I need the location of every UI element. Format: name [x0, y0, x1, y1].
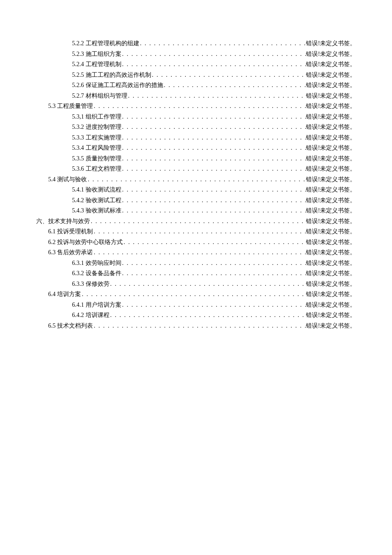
toc-entry-title: 6.3.3 保修效劳 [72, 279, 110, 290]
toc-entry: 6.5 技术文档列表错误!未定义书签。 [36, 321, 356, 331]
toc-entry: 6.3.3 保修效劳错误!未定义书签。 [36, 279, 356, 290]
toc-entry: 5.4.3 验收测试标准错误!未定义书签。 [36, 206, 356, 216]
toc-entry-page: 错误!未定义书签。 [306, 289, 356, 300]
toc-entry-page: 错误!未定义书签。 [306, 101, 356, 112]
toc-entry-page: 错误!未定义书签。 [306, 258, 356, 269]
toc-entry-page: 错误!未定义书签。 [306, 70, 356, 81]
toc-entry-page: 错误!未定义书签。 [306, 268, 356, 279]
toc-leader-dots [121, 206, 306, 216]
toc-entry: 5.2.6 保证施工工程高效运作的措施错误!未定义书签。 [36, 80, 356, 91]
toc-entry: 6.3 售后效劳承诺错误!未定义书签。 [36, 247, 356, 258]
toc-entry-title: 6.2 投诉与效劳中心联络方式 [48, 237, 123, 248]
toc-leader-dots [121, 49, 306, 60]
toc-leader-dots [90, 216, 306, 227]
toc-entry-page: 错误!未定义书签。 [306, 206, 356, 216]
toc-leader-dots [87, 174, 306, 185]
toc-entry-title: 5.4.2 验收测试工程 [72, 195, 121, 206]
toc-entry-page: 错误!未定义书签。 [306, 122, 356, 133]
toc-leader-dots [127, 91, 306, 102]
toc-entry-page: 错误!未定义书签。 [306, 185, 356, 195]
toc-leader-dots [121, 133, 306, 143]
toc-leader-dots [121, 164, 306, 174]
toc-entry-title: 5.4.3 验收测试标准 [72, 206, 121, 216]
toc-leader-dots [93, 101, 306, 112]
toc-entry-title: 5.2.2 工程管理机构的组建 [72, 38, 139, 49]
toc-entry-page: 错误!未定义书签。 [306, 195, 356, 206]
toc-leader-dots [123, 237, 306, 248]
toc-entry-title: 5.3.6 工程文档管理 [72, 164, 121, 174]
toc-entry-page: 错误!未定义书签。 [306, 279, 356, 290]
toc-entry: 5.3.3 工程实施管理错误!未定义书签。 [36, 133, 356, 143]
toc-leader-dots [110, 279, 306, 290]
toc-entry: 5.3.4 工程风险管理错误!未定义书签。 [36, 143, 356, 154]
toc-entry-title: 6.5 技术文档列表 [48, 321, 93, 331]
toc-entry-page: 错误!未定义书签。 [306, 112, 356, 122]
toc-entry-title: 6.4.2 培训课程 [72, 310, 110, 321]
toc-entry-title: 5.2.7 材料组织与管理 [72, 91, 127, 102]
toc-entry: 5.2.3 施工组织方案错误!未定义书签。 [36, 49, 356, 60]
toc-entry-page: 错误!未定义书签。 [306, 91, 356, 102]
toc-entry: 5.4 测试与验收错误!未定义书签。 [36, 174, 356, 185]
toc-entry: 5.2.7 材料组织与管理错误!未定义书签。 [36, 91, 356, 102]
toc-entry: 5.3.2 进度控制管理错误!未定义书签。 [36, 122, 356, 133]
table-of-contents: 5.2.2 工程管理机构的组建错误!未定义书签。5.2.3 施工组织方案错误!未… [36, 38, 356, 331]
toc-entry-title: 5.2.5 施工工程的高效运作机制 [72, 70, 151, 81]
toc-leader-dots [121, 122, 306, 133]
toc-entry-title: 5.3.2 进度控制管理 [72, 122, 121, 133]
toc-entry: 6.4 培训方案错误!未定义书签。 [36, 289, 356, 300]
toc-entry-page: 错误!未定义书签。 [306, 321, 356, 331]
toc-entry-page: 错误!未定义书签。 [306, 49, 356, 60]
toc-entry: 5.2.2 工程管理机构的组建错误!未定义书签。 [36, 38, 356, 49]
toc-entry: 5.4.1 验收测试流程错误!未定义书签。 [36, 185, 356, 195]
toc-entry-title: 5.3.3 工程实施管理 [72, 133, 121, 143]
toc-entry-page: 错误!未定义书签。 [306, 216, 356, 227]
toc-entry-page: 错误!未定义书签。 [306, 310, 356, 321]
toc-entry-page: 错误!未定义书签。 [306, 154, 356, 164]
toc-entry-page: 错误!未定义书签。 [306, 300, 356, 311]
toc-leader-dots [139, 38, 306, 49]
toc-entry: 6.4.2 培训课程错误!未定义书签。 [36, 310, 356, 321]
toc-entry: 5.3.6 工程文档管理错误!未定义书签。 [36, 164, 356, 174]
toc-entry-title: 5.2.6 保证施工工程高效运作的措施 [72, 80, 163, 91]
toc-entry: 6.4.1 用户培训方案错误!未定义书签。 [36, 300, 356, 311]
toc-entry-page: 错误!未定义书签。 [306, 237, 356, 248]
toc-entry-title: 六、技术支持与效劳 [36, 216, 90, 227]
toc-leader-dots [121, 268, 306, 279]
toc-entry-page: 错误!未定义书签。 [306, 59, 356, 70]
toc-leader-dots [93, 321, 306, 331]
toc-leader-dots [121, 112, 306, 122]
toc-entry: 6.3.1 效劳响应时间错误!未定义书签。 [36, 258, 356, 269]
toc-entry-title: 5.3,1 组织工作管理 [72, 112, 121, 122]
toc-entry-title: 5.2.4 工程管理机制 [72, 59, 121, 70]
toc-leader-dots [121, 143, 306, 154]
toc-leader-dots [151, 70, 306, 81]
toc-entry: 5.3,1 组织工作管理错误!未定义书签。 [36, 112, 356, 122]
toc-leader-dots [121, 195, 306, 206]
toc-entry-title: 6.3 售后效劳承诺 [48, 247, 93, 258]
toc-entry-title: 5.4 测试与验收 [48, 174, 87, 185]
toc-entry: 5.3 工程质量管理错误!未定义书签。 [36, 101, 356, 112]
toc-entry-page: 错误!未定义书签。 [306, 133, 356, 143]
toc-entry: 5.4.2 验收测试工程错误!未定义书签。 [36, 195, 356, 206]
toc-entry-page: 错误!未定义书签。 [306, 174, 356, 185]
toc-entry-page: 错误!未定义书签。 [306, 227, 356, 237]
toc-entry-page: 错误!未定义书签。 [306, 143, 356, 154]
toc-leader-dots [110, 310, 306, 321]
toc-leader-dots [121, 258, 306, 269]
toc-entry: 6.3.2 设备备品备件错误!未定义书签。 [36, 268, 356, 279]
toc-leader-dots [93, 227, 306, 237]
toc-leader-dots [93, 247, 306, 258]
toc-leader-dots [121, 59, 306, 70]
toc-entry: 5.2.5 施工工程的高效运作机制错误!未定义书签。 [36, 70, 356, 81]
toc-entry-title: 6.4.1 用户培训方案 [72, 300, 121, 311]
toc-entry-page: 错误!未定义书签。 [306, 38, 356, 49]
toc-entry: 6.2 投诉与效劳中心联络方式错误!未定义书签。 [36, 237, 356, 248]
toc-entry: 6.1 投诉受理机制错误!未定义书签。 [36, 227, 356, 237]
toc-entry-title: 5.3.5 质量控制管理 [72, 154, 121, 164]
toc-leader-dots [81, 289, 306, 300]
toc-entry-page: 错误!未定义书签。 [306, 247, 356, 258]
toc-entry-page: 错误!未定义书签。 [306, 80, 356, 91]
toc-entry: 5.3.5 质量控制管理错误!未定义书签。 [36, 154, 356, 164]
toc-entry-page: 错误!未定义书签。 [306, 164, 356, 174]
toc-entry: 六、技术支持与效劳错误!未定义书签。 [36, 216, 356, 227]
